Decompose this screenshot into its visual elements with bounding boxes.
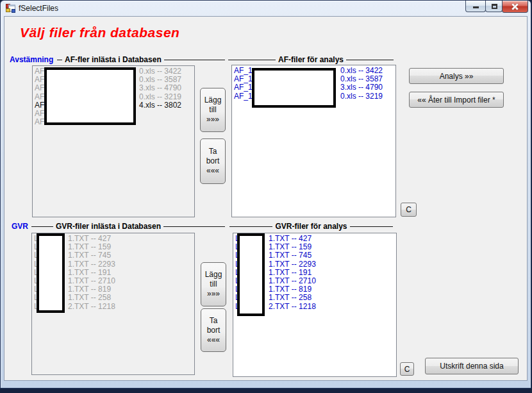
print-page-button[interactable]: Utskrift denna sida [425, 358, 519, 374]
redaction-box [237, 233, 265, 316]
close-icon [511, 3, 519, 10]
minimize-icon [473, 6, 479, 8]
gvr-left-group-title: GVR-filer inlästa i Databasen [53, 222, 163, 231]
af-remove-button[interactable]: Ta bort ««« [200, 138, 226, 184]
title-bar[interactable]: fSelectFiles [1, 1, 531, 16]
gvr-section-label: GVR [12, 222, 28, 231]
minimize-button[interactable] [465, 1, 486, 12]
gvr-right-group-title: GVR-filer för analys [272, 222, 349, 231]
window-title: fSelectFiles [19, 4, 58, 13]
af-clear-button[interactable]: C [401, 203, 417, 217]
desktop: fSelectFiles Välj filer från databasen A… [0, 0, 532, 393]
af-right-group-header: AF-filer för analys [228, 55, 394, 64]
form-client-area: Välj filer från databasen Avstämning AF-… [4, 16, 528, 381]
maximize-button[interactable] [485, 1, 503, 12]
gvr-remove-button[interactable]: Ta bort ««« [201, 308, 226, 352]
redaction-box [252, 68, 336, 108]
close-button[interactable] [502, 1, 528, 13]
redaction-box [37, 233, 65, 313]
redaction-box [44, 67, 136, 125]
page-title: Välj filer från databasen [20, 25, 179, 40]
af-left-group-title: AF-fler inlästa i Databasen [62, 55, 164, 64]
gvr-left-group-header: GVR-filer inlästa i Databasen [31, 222, 225, 231]
analyze-button[interactable]: Analys »» [409, 68, 504, 84]
back-to-import-button[interactable]: «« Åter till Import filer * [409, 92, 504, 108]
gvr-right-group-header: GVR-filer för analys [229, 222, 393, 231]
af-section-label: Avstämning [10, 55, 53, 64]
app-window: fSelectFiles Välj filer från databasen A… [0, 0, 531, 389]
form-icon [6, 4, 16, 13]
maximize-icon [492, 4, 497, 9]
af-right-group-title: AF-filer för analys [276, 55, 346, 64]
af-add-button[interactable]: Lägg till »»» [200, 88, 226, 132]
window-controls [466, 1, 528, 13]
af-left-group-header: AF-fler inlästa i Databasen [57, 55, 225, 64]
gvr-add-button[interactable]: Lägg till »»» [201, 262, 226, 306]
gvr-clear-button[interactable]: C [400, 362, 414, 376]
